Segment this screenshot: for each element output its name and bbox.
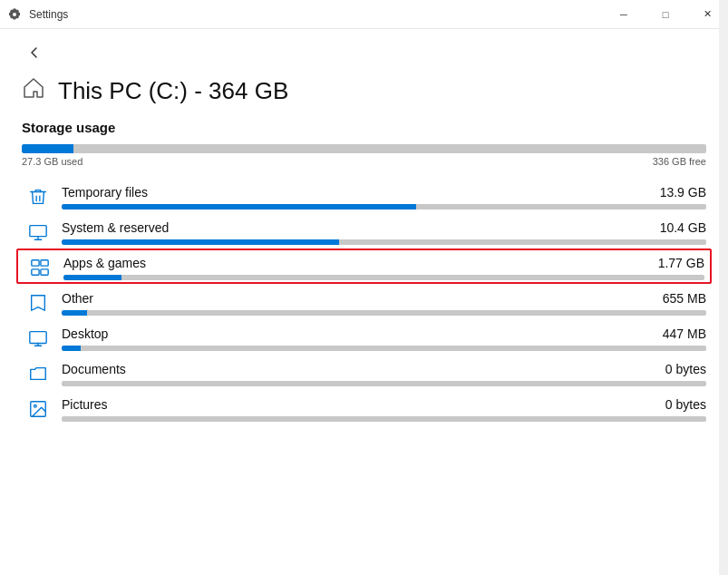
item-bar-bg-temporary-files — [62, 204, 706, 210]
svg-rect-5 — [32, 269, 39, 275]
item-body-other: Other 655 MB — [62, 291, 706, 316]
total-bar-fill — [22, 144, 73, 153]
item-size-documents: 0 bytes — [665, 362, 706, 376]
titlebar-title: Settings — [29, 8, 68, 21]
storage-usage-section: Storage usage 27.3 GB used 336 GB free — [22, 120, 706, 167]
item-body-documents: Documents 0 bytes — [62, 362, 706, 386]
content-area: This PC (C:) - 364 GB Storage usage 27.3… — [0, 29, 728, 575]
item-bar-fill-temporary-files — [62, 204, 416, 210]
item-label-row-other: Other 655 MB — [62, 291, 706, 306]
titlebar: Settings ─ □ ✕ — [0, 0, 728, 29]
item-label-pictures: Pictures — [62, 397, 108, 412]
storage-items-list: Temporary files 13.9 GB System & reserve… — [22, 178, 706, 425]
item-body-system-reserved: System & reserved 10.4 GB — [62, 220, 706, 245]
item-bar-fill-desktop — [62, 346, 81, 351]
storage-item-pictures[interactable]: Pictures 0 bytes — [22, 390, 706, 425]
item-size-other: 655 MB — [663, 291, 706, 306]
storage-item-desktop[interactable]: Desktop 447 MB — [22, 319, 706, 355]
item-size-desktop: 447 MB — [663, 326, 706, 341]
svg-rect-0 — [30, 226, 46, 237]
nav-row — [22, 29, 706, 69]
item-body-temporary-files: Temporary files 13.9 GB — [62, 185, 706, 210]
storage-item-apps-games[interactable]: Apps & games 1.77 GB — [16, 249, 712, 284]
item-size-temporary-files: 13.9 GB — [660, 185, 706, 200]
storage-item-documents[interactable]: Documents 0 bytes — [22, 355, 706, 390]
svg-rect-7 — [30, 332, 46, 344]
item-body-desktop: Desktop 447 MB — [62, 326, 706, 351]
storage-item-system-reserved[interactable]: System & reserved 10.4 GB — [22, 213, 706, 249]
item-label-row-documents: Documents 0 bytes — [62, 362, 706, 376]
storage-labels: 27.3 GB used 336 GB free — [22, 156, 706, 167]
item-size-pictures: 0 bytes — [665, 397, 706, 412]
item-label-row-desktop: Desktop 447 MB — [62, 326, 706, 341]
item-label-desktop: Desktop — [62, 326, 108, 341]
svg-rect-3 — [32, 260, 39, 266]
titlebar-controls: ─ □ ✕ — [603, 0, 728, 29]
item-label-row-temporary-files: Temporary files 13.9 GB — [62, 185, 706, 200]
back-button[interactable] — [22, 40, 47, 65]
item-bar-bg-pictures — [62, 416, 706, 422]
total-storage-bar: 27.3 GB used 336 GB free — [22, 144, 706, 167]
item-bar-bg-documents — [62, 381, 706, 386]
used-label: 27.3 GB used — [22, 156, 83, 167]
item-bar-bg-apps-games — [63, 275, 704, 280]
maximize-button[interactable]: □ — [645, 0, 686, 29]
back-icon — [28, 46, 41, 59]
item-bar-bg-system-reserved — [62, 239, 706, 245]
item-bar-fill-other — [62, 310, 87, 316]
item-label-row-apps-games: Apps & games 1.77 GB — [63, 256, 704, 270]
storage-item-other[interactable]: Other 655 MB — [22, 284, 706, 319]
page-header: This PC (C:) - 364 GB — [22, 69, 706, 120]
item-body-apps-games: Apps & games 1.77 GB — [63, 256, 704, 280]
desktop-icon — [22, 222, 54, 242]
apps-icon — [24, 258, 56, 278]
item-label-row-pictures: Pictures 0 bytes — [62, 397, 706, 412]
item-bar-fill-system-reserved — [62, 239, 339, 245]
minimize-button[interactable]: ─ — [603, 0, 645, 29]
item-bar-bg-desktop — [62, 346, 706, 351]
titlebar-left: Settings — [7, 7, 68, 22]
image-icon — [22, 399, 54, 419]
page-title: This PC (C:) - 364 GB — [58, 77, 288, 105]
free-label: 336 GB free — [653, 156, 706, 167]
item-body-pictures: Pictures 0 bytes — [62, 397, 706, 422]
svg-point-11 — [34, 404, 36, 407]
item-bar-fill-apps-games — [63, 275, 121, 280]
item-label-documents: Documents — [62, 362, 126, 376]
svg-rect-4 — [41, 260, 48, 266]
item-label-system-reserved: System & reserved — [62, 220, 169, 235]
section-title: Storage usage — [22, 120, 706, 135]
item-label-other: Other — [62, 291, 93, 306]
storage-item-temporary-files[interactable]: Temporary files 13.9 GB — [22, 178, 706, 213]
window: Settings ─ □ ✕ This PC (C:) - 364 GB — [0, 0, 728, 575]
settings-app-icon — [7, 7, 22, 22]
trash-icon — [22, 187, 54, 207]
total-bar-background — [22, 144, 706, 153]
folder-icon — [22, 364, 54, 384]
svg-rect-6 — [41, 269, 48, 275]
item-bar-bg-other — [62, 310, 706, 316]
item-size-apps-games: 1.77 GB — [658, 256, 704, 270]
item-label-row-system-reserved: System & reserved 10.4 GB — [62, 220, 706, 235]
item-size-system-reserved: 10.4 GB — [660, 220, 706, 235]
item-label-temporary-files: Temporary files — [62, 185, 148, 200]
monitor-icon — [22, 328, 54, 348]
home-icon — [22, 76, 45, 105]
scrollbar[interactable] — [719, 0, 728, 575]
bookmark-icon — [22, 293, 54, 313]
item-label-apps-games: Apps & games — [63, 256, 146, 270]
